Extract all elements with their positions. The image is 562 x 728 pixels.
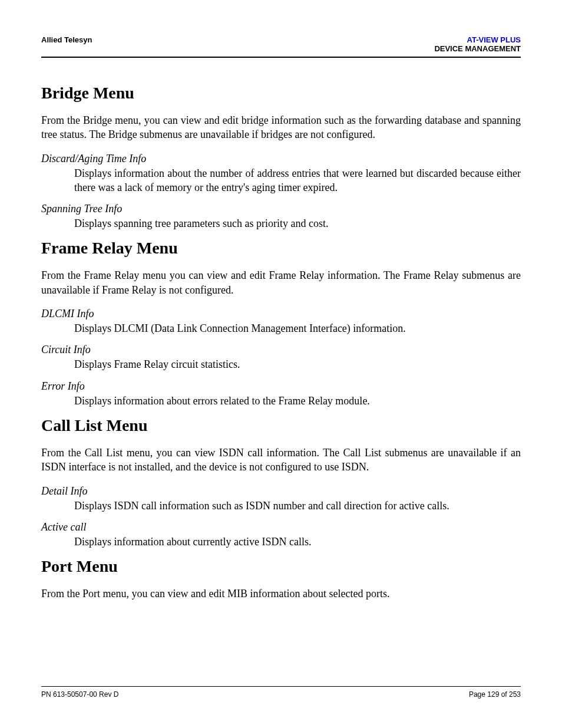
term-dlcmi: DLCMI Info [41, 308, 521, 320]
term-detail-info: Detail Info [41, 485, 521, 498]
intro-frame-relay: From the Frame Relay menu you can view a… [41, 268, 521, 297]
heading-port: Port Menu [41, 557, 521, 576]
intro-bridge: From the Bridge menu, you can view and e… [41, 113, 521, 142]
def-active-call: Displays information about currently act… [74, 535, 521, 549]
page: Allied Telesyn AT-VIEW PLUS DEVICE MANAG… [0, 0, 562, 728]
intro-port: From the Port menu, you can view and edi… [41, 587, 521, 601]
def-circuit: Displays Frame Relay circuit statistics. [74, 357, 521, 371]
term-spanning-tree: Spanning Tree Info [41, 203, 521, 215]
heading-frame-relay: Frame Relay Menu [41, 239, 521, 258]
page-footer: PN 613-50507-00 Rev D Page 129 of 253 [41, 686, 521, 699]
term-active-call: Active call [41, 521, 521, 533]
content: Bridge Menu From the Bridge menu, you ca… [41, 58, 521, 601]
def-detail-info: Displays ISDN call information such as I… [74, 499, 521, 513]
footer-right: Page 129 of 253 [469, 690, 521, 699]
def-dlcmi: Displays DLCMI (Data Link Connection Man… [74, 321, 521, 335]
term-circuit: Circuit Info [41, 344, 521, 356]
header-left: Allied Telesyn [41, 35, 92, 44]
def-spanning-tree: Displays spanning tree parameters such a… [74, 216, 521, 230]
intro-call-list: From the Call List menu, you can view IS… [41, 446, 521, 475]
footer-left: PN 613-50507-00 Rev D [41, 690, 118, 699]
header-right: AT-VIEW PLUS DEVICE MANAGEMENT [434, 35, 521, 53]
product-name: AT-VIEW PLUS [467, 35, 521, 44]
heading-call-list: Call List Menu [41, 416, 521, 435]
section-name: DEVICE MANAGEMENT [434, 44, 521, 53]
def-error: Displays information about errors relate… [74, 394, 521, 408]
term-discard-aging: Discard/Aging Time Info [41, 153, 521, 165]
def-discard-aging: Displays information about the number of… [74, 166, 521, 195]
heading-bridge: Bridge Menu [41, 84, 521, 103]
term-error: Error Info [41, 380, 521, 393]
page-header: Allied Telesyn AT-VIEW PLUS DEVICE MANAG… [41, 35, 521, 58]
